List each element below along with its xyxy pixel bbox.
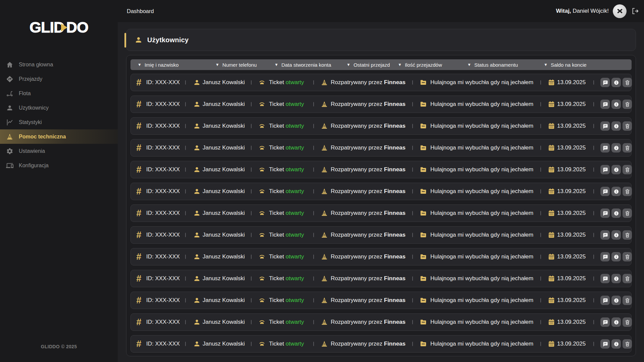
divider: [412, 277, 413, 281]
ticket-id: ID: XXX-XXX: [146, 341, 180, 347]
info-icon: [613, 123, 619, 129]
comment-button[interactable]: [600, 208, 610, 218]
divider: [540, 298, 541, 303]
divider: [185, 146, 186, 150]
review-text: Rozpatrywany przez Finneas: [331, 79, 406, 86]
sidebar-item-chart[interactable]: Statystyki: [0, 115, 118, 129]
ticket-date: 13.09.2025: [557, 297, 586, 304]
ticket-row: # ID: XXX-XXX Janusz Kowalski Ticket otw…: [130, 270, 632, 287]
info-button[interactable]: [611, 230, 621, 240]
ticket-subject: Hulajnoga mi wybuchła gdy nią jechałem: [430, 188, 533, 195]
folder-icon: [420, 297, 427, 304]
sidebar-item-devices[interactable]: Konfiguracja: [0, 158, 118, 173]
info-button[interactable]: [611, 187, 621, 196]
delete-button[interactable]: [623, 274, 632, 283]
filter-column-4[interactable]: ▼ Ostatni przejazd: [346, 59, 390, 70]
review-prefix: Rozpatrywany przez: [331, 210, 382, 216]
review-agent: Finneas: [384, 166, 406, 173]
filter-column-2[interactable]: ▼ Numer telefonu: [215, 59, 257, 70]
review-agent: Finneas: [384, 210, 406, 216]
filter-column-3[interactable]: ▼ Data stworzenia konta: [274, 59, 331, 70]
sidebar-item-home[interactable]: Strona głowna: [0, 57, 118, 72]
ticket-id: ID: XXX-XXX: [146, 232, 180, 238]
user-name: Janusz Kowalski: [203, 188, 245, 195]
info-button[interactable]: [611, 208, 621, 218]
info-button[interactable]: [611, 165, 621, 174]
sidebar-item-directions[interactable]: Przejazdy: [0, 72, 118, 86]
info-button[interactable]: [611, 296, 621, 305]
info-button[interactable]: [611, 317, 621, 327]
delete-button[interactable]: [623, 317, 632, 327]
calendar-icon: [548, 166, 555, 173]
user-name: Janusz Kowalski: [203, 166, 245, 173]
review-text: Rozpatrywany przez Finneas: [331, 341, 406, 347]
comment-button[interactable]: [600, 187, 610, 196]
info-button[interactable]: [611, 78, 621, 87]
comment-button[interactable]: [600, 100, 610, 109]
divider: [412, 146, 413, 150]
delete-button[interactable]: [623, 230, 632, 240]
comment-button[interactable]: [600, 121, 610, 131]
divider: [185, 80, 186, 85]
comment-button[interactable]: [600, 78, 610, 87]
filter-column-1[interactable]: ▼ Imię i nazwisko: [138, 59, 179, 70]
ticket-date: 13.09.2025: [557, 232, 586, 238]
review-prefix: Rozpatrywany przez: [331, 188, 382, 194]
info-button[interactable]: [611, 274, 621, 283]
logout-icon[interactable]: [631, 7, 639, 15]
comment-button[interactable]: [600, 296, 610, 305]
info-button[interactable]: [611, 100, 621, 109]
review-agent: Finneas: [384, 188, 406, 194]
comment-button[interactable]: [600, 252, 610, 261]
review-text: Rozpatrywany przez Finneas: [331, 101, 406, 108]
comment-button[interactable]: [600, 165, 610, 174]
delete-button[interactable]: [623, 208, 632, 218]
divider: [313, 233, 314, 237]
sidebar-item-user[interactable]: Uzytkownicy: [0, 101, 118, 115]
trash-icon: [625, 319, 630, 325]
filter-column-5[interactable]: ▼ Ilość przejazdów: [398, 59, 442, 70]
info-button[interactable]: [611, 339, 621, 349]
ticket-date: 13.09.2025: [557, 275, 586, 282]
delete-button[interactable]: [623, 100, 632, 109]
delete-button[interactable]: [623, 143, 632, 153]
ticket-date: 13.09.2025: [557, 319, 586, 325]
ticket-status-text: Ticket otwarty: [269, 210, 304, 217]
filter-column-7[interactable]: ▼ Saldo na koncie: [544, 59, 587, 70]
calendar-icon: [548, 144, 555, 152]
calendar-icon: [548, 209, 555, 217]
delete-button[interactable]: [623, 252, 632, 261]
divider: [185, 320, 186, 324]
sidebar-item-scooter[interactable]: Flota: [0, 86, 118, 101]
info-button[interactable]: [611, 252, 621, 261]
divider: [412, 320, 413, 324]
delete-button[interactable]: [623, 165, 632, 174]
sidebar-item-cone[interactable]: Pomoc techniczna: [0, 129, 118, 144]
comment-button[interactable]: [600, 274, 610, 283]
delete-button[interactable]: [623, 296, 632, 305]
info-button[interactable]: [611, 143, 621, 153]
divider: [593, 80, 594, 85]
delete-button[interactable]: [623, 339, 632, 349]
info-button[interactable]: [611, 121, 621, 131]
ticket-status-prefix: Ticket: [269, 101, 284, 107]
filter-column-6[interactable]: ▼ Status abonamentu: [467, 59, 518, 70]
delete-button[interactable]: [623, 121, 632, 131]
user-icon: [193, 122, 201, 130]
folder-icon: [420, 122, 427, 130]
avatar[interactable]: [613, 4, 627, 18]
comment-button[interactable]: [600, 317, 610, 327]
delete-button[interactable]: [623, 187, 632, 196]
comment-button[interactable]: [600, 230, 610, 240]
review-prefix: Rozpatrywany przez: [331, 319, 382, 325]
delete-button[interactable]: [623, 78, 632, 87]
user-name: Janusz Kowalski: [203, 341, 245, 347]
divider: [593, 211, 594, 216]
ticket-subject: Hulajnoga mi wybuchła gdy nią jechałem: [430, 144, 533, 151]
review-agent: Finneas: [384, 79, 406, 85]
cone-icon: [321, 166, 328, 173]
user-icon: [193, 297, 201, 304]
comment-button[interactable]: [600, 339, 610, 349]
comment-button[interactable]: [600, 143, 610, 153]
sidebar-item-gear[interactable]: Ustawienia: [0, 144, 118, 158]
